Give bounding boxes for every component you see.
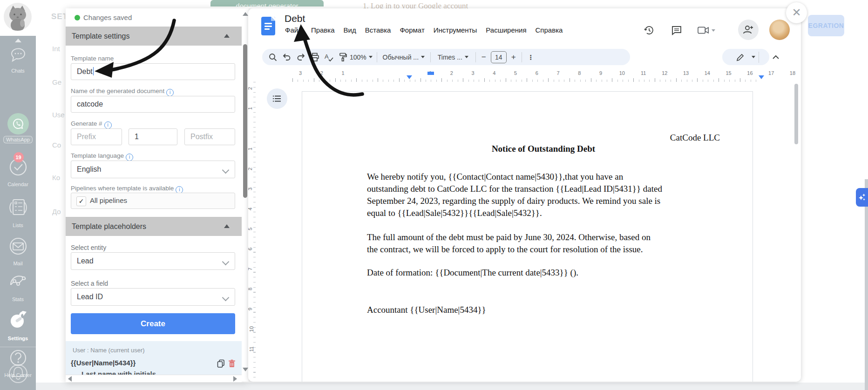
redo-icon: [296, 53, 305, 61]
number-input[interactable]: 1: [129, 128, 177, 145]
panel-scrollbar[interactable]: [242, 8, 249, 382]
font-size-input[interactable]: 14: [491, 51, 507, 63]
zoom-select[interactable]: 100%: [350, 50, 373, 64]
sidebar-item-mail[interactable]: Mail: [0, 235, 36, 266]
template-name-input[interactable]: Debt: [71, 63, 235, 80]
document-page[interactable]: CatCode LLC Notice of Outstanding Debt W…: [302, 91, 753, 382]
scroll-right-icon[interactable]: [233, 376, 237, 382]
menu-view[interactable]: Вид: [344, 26, 356, 34]
scrollbar-thumb[interactable]: [243, 44, 247, 198]
pencil-icon[interactable]: [736, 53, 745, 61]
trash-icon[interactable]: [228, 359, 236, 368]
editing-mode-control: [722, 49, 769, 65]
close-button[interactable]: ✕: [786, 2, 807, 23]
section-header-template-settings[interactable]: Template settings: [66, 27, 242, 46]
lists-icon: [7, 196, 29, 219]
toolbar-divider: [475, 52, 476, 62]
horizontal-ruler[interactable]: 321123456789101112131415161718: [292, 70, 758, 82]
language-value: English: [77, 165, 101, 173]
paint-format-button[interactable]: [336, 50, 350, 64]
version-history-button[interactable]: [640, 21, 658, 39]
docs-scrollbar-thumb[interactable]: [794, 84, 798, 144]
spellcheck-button[interactable]: A: [322, 50, 336, 64]
vertical-ruler[interactable]: 211234567891011: [248, 82, 256, 382]
section-header-template-placeholders[interactable]: Template placeholders: [66, 217, 242, 236]
integration-button[interactable]: EGRATION: [808, 15, 844, 36]
copy-icon[interactable]: [217, 359, 225, 368]
font-size-increase-button[interactable]: +: [510, 50, 517, 64]
sidebar-item-calendar[interactable]: 19 Calendar: [0, 156, 36, 187]
browser-scrollbar[interactable]: [865, 179, 868, 390]
nav-fragment: Use: [52, 111, 65, 119]
paragraph-style-select[interactable]: Обычный ...: [381, 50, 426, 64]
ai-assistant-button[interactable]: [856, 188, 868, 207]
doc-name-input[interactable]: catcode: [71, 96, 235, 113]
scroll-left-icon[interactable]: [68, 376, 72, 382]
sidebar-divider: [0, 347, 36, 347]
field-select[interactable]: Lead ID: [71, 288, 235, 306]
font-select[interactable]: Times ...: [435, 50, 471, 64]
sidebar-collapse-button[interactable]: [0, 39, 36, 42]
ruler-number: 18: [790, 70, 795, 76]
chevron-down-icon: [369, 56, 373, 58]
first-line-indent-marker[interactable]: [427, 72, 434, 75]
prefix-input[interactable]: Prefix: [71, 128, 122, 145]
redo-button[interactable]: [294, 50, 308, 64]
create-button[interactable]: Create: [71, 313, 235, 334]
info-icon[interactable]: i: [104, 121, 112, 129]
chevron-down-icon[interactable]: [712, 29, 715, 32]
comments-button[interactable]: [668, 21, 685, 39]
menu-tools[interactable]: Инструменты: [434, 26, 477, 34]
menu-insert[interactable]: Вставка: [365, 26, 391, 34]
user-avatar[interactable]: [769, 20, 790, 40]
language-select[interactable]: English: [71, 161, 235, 178]
info-icon[interactable]: i: [126, 154, 133, 161]
sidebar-item-whatsapp[interactable]: WhatsApp: [0, 113, 36, 143]
ruler-number: 5: [248, 228, 253, 230]
menu-edit[interactable]: Правка: [311, 26, 335, 34]
sidebar-item-lists[interactable]: Lists: [0, 196, 36, 228]
right-margin-marker[interactable]: [759, 75, 764, 79]
menu-extensions[interactable]: Расширения: [486, 26, 526, 34]
saved-dot-icon: [75, 15, 80, 20]
document-title[interactable]: Debt: [285, 13, 305, 24]
menu-file[interactable]: Файл: [285, 26, 302, 34]
bottom-strip: [0, 383, 868, 390]
svg-text:A: A: [325, 53, 329, 60]
more-options-button[interactable]: ⋮: [526, 50, 536, 64]
account-avatar[interactable]: [4, 3, 32, 31]
ruler-number: 9: [599, 70, 602, 76]
menu-help[interactable]: Справка: [536, 26, 563, 34]
google-docs-icon[interactable]: [261, 17, 275, 35]
sidebar-item-settings[interactable]: Settings: [0, 308, 36, 341]
checkbox-checked-icon[interactable]: ✓: [76, 196, 86, 206]
scroll-down-icon[interactable]: [243, 368, 248, 371]
app-sidebar: Chats WhatsApp 19 Calendar Lists: [0, 36, 36, 390]
pipelines-checkbox-row[interactable]: ✓ All pipelines: [71, 193, 235, 209]
entity-select[interactable]: Lead: [71, 252, 235, 270]
share-button[interactable]: [738, 20, 759, 40]
postfix-input[interactable]: Postfix: [184, 128, 235, 145]
horizontal-scrollbar[interactable]: [66, 375, 242, 382]
info-icon[interactable]: i: [166, 89, 174, 96]
scroll-up-icon[interactable]: [243, 12, 248, 16]
collapse-toolbar-button[interactable]: [772, 54, 780, 61]
undo-button[interactable]: [280, 50, 294, 64]
toolbar-divider: [522, 52, 522, 62]
placeholder-row-next[interactable]: Last name with initials: [81, 370, 156, 375]
sidebar-item-label: Chats: [0, 68, 36, 74]
chevron-down-icon[interactable]: [752, 56, 755, 58]
meet-button[interactable]: [698, 21, 715, 39]
print-button[interactable]: [308, 50, 322, 64]
search-button[interactable]: [266, 50, 280, 64]
browser-tab-document-generator[interactable]: document generator: [210, 0, 324, 7]
template-name-label: Template name: [71, 55, 114, 62]
left-margin-marker[interactable]: [407, 75, 412, 79]
notifications-button[interactable]: [0, 361, 36, 389]
font-size-decrease-button[interactable]: −: [480, 50, 488, 64]
ruler-number: 12: [662, 70, 667, 76]
menu-format[interactable]: Формат: [400, 26, 424, 34]
sidebar-item-stats[interactable]: Stats: [0, 271, 36, 302]
sidebar-item-chats[interactable]: Chats: [0, 46, 36, 74]
show-outline-button[interactable]: [267, 88, 287, 109]
